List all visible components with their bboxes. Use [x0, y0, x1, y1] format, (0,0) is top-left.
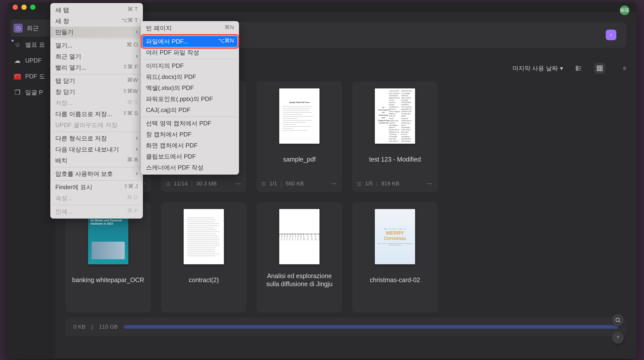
file-size: 819 KB	[381, 180, 399, 187]
menu-item[interactable]: 새 창⌥⌘ T	[50, 16, 143, 27]
submenu-item[interactable]: 창 캡처에서 PDF	[141, 129, 239, 140]
pages-icon: ◫	[357, 181, 361, 186]
menu-item-label: UPDF 클라우드에 저장	[55, 121, 117, 129]
sidebar-item-batch[interactable]: ❐ 일괄 P	[8, 84, 55, 100]
menu-shortcut: ⌘N	[224, 24, 234, 32]
minimize-button[interactable]	[21, 5, 27, 10]
file-menu[interactable]: 새 탭⌘ T새 창⌥⌘ T만들기›열기...⌘ O최근 열기›빨리 열기...⇧…	[50, 3, 143, 219]
submenu-item[interactable]: CAJ(.caj)의 PDF	[141, 105, 239, 116]
menu-item[interactable]: 다음 대상으로 내보내기›	[50, 144, 143, 155]
submenu-item[interactable]: 파일에서 PDF...⌥⌘N	[142, 36, 237, 47]
file-card[interactable]: Sample Filled PDF Formsample_pdf◫1/1|560…	[257, 81, 342, 192]
more-button[interactable]: ⋯	[331, 180, 337, 187]
svg-rect-6	[597, 66, 599, 68]
menu-item[interactable]: 최근 열기›	[50, 51, 143, 62]
svg-rect-8	[597, 69, 599, 71]
file-pages: 1/1	[269, 180, 277, 187]
submenu-item[interactable]: 파워포인트(.pptx)의 PDF	[141, 93, 239, 105]
help-button[interactable]: ?	[612, 332, 624, 344]
menu-shortcut: ⌘ O	[127, 41, 138, 49]
cloud-icon: ☁	[14, 57, 21, 64]
banner-arrow-button[interactable]: ›	[606, 30, 616, 40]
submenu-item[interactable]: 스캐너에서 PDF 작성	[141, 162, 239, 173]
chevron-right-icon: ›	[136, 145, 138, 153]
menu-item-label: Finder에 표시	[55, 183, 92, 191]
more-button[interactable]: ⋯	[427, 180, 433, 187]
menu-item[interactable]: Finder에 표시⇧⌘ J	[50, 182, 143, 193]
submenu-item[interactable]: 클립보드에서 PDF	[141, 151, 239, 162]
file-size: 560 KB	[286, 180, 304, 187]
menu-item-label: 속성...	[55, 194, 72, 202]
submenu-item[interactable]: 화면 캡처에서 PDF	[141, 140, 239, 151]
submenu-item[interactable]: 이미지의 PDF	[141, 60, 239, 71]
menu-item-label: 다름 이름으로 저장...	[55, 110, 112, 118]
menu-item[interactable]: 다름 이름으로 저장...⇧⌘ S	[50, 109, 143, 120]
sidebar-item-label: UPDF	[25, 57, 42, 64]
sidebar-item-recent[interactable]: ◷ 최근	[11, 20, 52, 37]
file-name: sample_pdf	[283, 151, 315, 167]
menu-shortcut: ⌥⌘N	[218, 37, 234, 45]
submenu-item-label: 선택 영역 캡처에서 PDF	[146, 119, 211, 127]
menu-shortcut: ⌘ S	[127, 99, 138, 107]
close-button[interactable]	[13, 5, 18, 10]
menu-item[interactable]: 배치⌘ B	[50, 155, 143, 166]
menu-item: UPDF 클라우드에 저장	[50, 120, 143, 131]
briefcase-icon: 🧰	[14, 73, 21, 80]
create-submenu[interactable]: 빈 페이지⌘N파일에서 PDF...⌥⌘N여러 PDF 파일 작성이미지의 PD…	[141, 21, 239, 175]
submenu-item[interactable]: 빈 페이지⌘N	[141, 23, 239, 34]
sort-dropdown[interactable]: 마지막 사용 날짜 ▾	[512, 64, 563, 72]
menu-shortcut: ⇧⌘ J	[124, 183, 138, 191]
menu-item-label: 암호를 사용하여 보호	[55, 170, 113, 178]
sidebar-item-starred[interactable]: ☆ 별표 표	[8, 37, 55, 53]
list-view-button[interactable]	[573, 63, 584, 74]
file-card[interactable]: contract(2)	[161, 202, 247, 313]
file-card[interactable]: WE WISH YOU AMERRYChristmasLorem ipsum i…	[352, 202, 438, 313]
chevron-right-icon: ›	[136, 53, 138, 61]
svg-rect-9	[600, 69, 602, 71]
menu-shortcut: ⇧⌘ S	[123, 110, 138, 118]
sidebar-item-label: 별표 표	[25, 41, 45, 49]
sidebar-item-cloud[interactable]: ☁ UPDF	[8, 53, 55, 68]
file-meta: ◫1/1|560 KB⋯	[262, 180, 337, 187]
svg-point-10	[616, 318, 619, 322]
grid-view-button[interactable]	[594, 63, 605, 74]
menu-item-label: 다른 형식으로 저장	[55, 134, 107, 142]
submenu-item[interactable]: 선택 영역 캡처에서 PDF	[141, 118, 239, 129]
chevron-right-icon: ›	[136, 134, 138, 142]
file-card[interactable]: AI Techniques for Detecting and Diagnosi…	[352, 81, 438, 192]
submenu-item[interactable]: 엑셀(.xlsx)의 PDF	[141, 82, 239, 93]
file-card[interactable]: The Most Crucial Strategy for Banks and …	[65, 202, 151, 313]
menu-item-label: 다음 대상으로 내보내기	[55, 145, 119, 153]
file-size: 30.3 MB	[196, 180, 217, 187]
maximize-button[interactable]	[30, 5, 35, 10]
menu-item: 속성...⌘ D	[50, 193, 143, 204]
submenu-item-label: 빈 페이지	[146, 24, 172, 32]
sidebar-item-tools[interactable]: 🧰 PDF 도	[8, 68, 55, 84]
menu-item[interactable]: 다른 형식으로 저장›	[50, 133, 143, 144]
sidebar-item-label: 일괄 P	[25, 88, 43, 96]
trash-button[interactable]	[615, 63, 626, 74]
menu-item[interactable]: 열기...⌘ O	[50, 40, 143, 51]
search-button[interactable]	[612, 314, 624, 326]
submenu-item[interactable]: 워드(.docx)의 PDF	[141, 71, 239, 82]
menu-item[interactable]: 암호를 사용하여 보호›	[50, 168, 143, 179]
chevron-down-icon: ▾	[560, 65, 563, 72]
more-button[interactable]: ⋯	[235, 180, 242, 187]
submenu-item[interactable]: 여러 PDF 파일 작성	[141, 47, 239, 58]
menu-item-label: 탭 닫기	[55, 77, 75, 85]
menu-item-label: 만들기	[55, 28, 73, 36]
submenu-item-label: 창 캡처에서 PDF	[146, 130, 191, 138]
menu-item[interactable]: 빨리 열기...⇧⌘ F	[50, 62, 143, 73]
menu-item[interactable]: 창 닫기⇧⌘W	[50, 86, 143, 97]
menu-item[interactable]: 탭 닫기⌘W	[50, 75, 143, 86]
menu-shortcut: ⌘ B	[127, 157, 138, 165]
menu-item-label: 새 탭	[55, 6, 69, 14]
menu-item[interactable]: 새 탭⌘ T	[50, 5, 143, 16]
file-card[interactable]: 目录章节11章节22章节33章节44章节55章节66章节77章节88章节99章节…	[257, 202, 342, 313]
app-window: ⌂ + 烷菲 ◷ 최근 ☆ 별표 표 ☁ UPDF 🧰 PDF 도 ❐	[8, 2, 636, 359]
menu-item-label: 인쇄...	[55, 208, 72, 216]
menu-item[interactable]: 만들기›	[50, 27, 143, 38]
menu-item-label: 새 창	[55, 17, 69, 25]
file-name: test 123 - Modified	[369, 151, 421, 167]
menu-item: 인쇄...⌘ P	[50, 206, 143, 217]
